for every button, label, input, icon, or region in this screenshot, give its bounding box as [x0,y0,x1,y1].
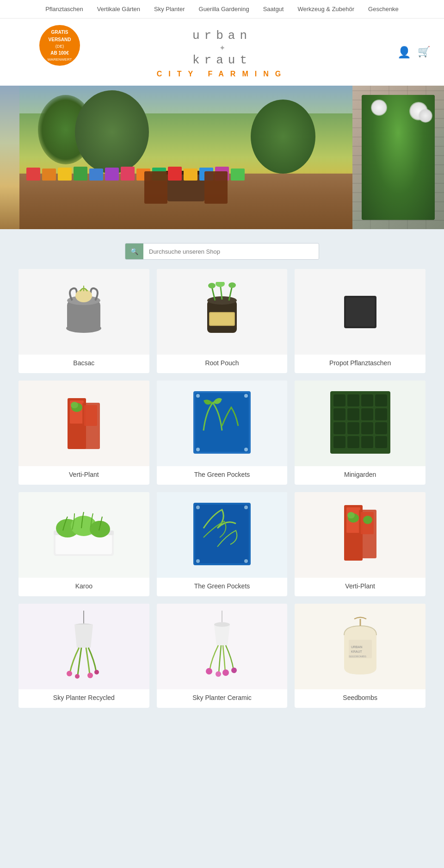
products-section: Bacsac [0,269,444,731]
svg-rect-27 [347,394,359,406]
nav-werkzeug[interactable]: Werkzeug & Zubehör [297,6,354,12]
product-card-sky-recycled[interactable]: Sky Planter Recycled [18,604,149,708]
cart-icon[interactable]: 🛒 [418,46,430,59]
search-button[interactable]: 🔍 [125,244,143,259]
seedbombs-svg: URBAN KRAUT SEEDBOMBS [335,612,386,681]
sky-ceramic-svg [197,611,247,682]
product-name-seedbombs: Seedbombs [295,689,426,701]
svg-point-57 [347,512,355,518]
product-card-propot[interactable]: Propot Pflanztaschen [295,269,426,373]
badge-line2: VERSAND [49,36,71,44]
svg-rect-38 [333,436,345,448]
svg-rect-30 [333,408,345,420]
product-image-bacsac [18,269,149,355]
svg-text:URBAN: URBAN [351,645,363,649]
product-card-karoo[interactable]: Karoo [18,492,149,596]
green-pockets-2-svg [190,500,254,570]
svg-rect-32 [361,408,373,420]
svg-point-51 [244,506,248,509]
product-name-verti-plant: Verti-Plant [18,466,149,478]
header-icons: 👤 🛒 [397,46,430,59]
product-image-green-pockets-2 [157,492,288,578]
product-card-green-pockets-1[interactable]: The Green Pockets [157,381,288,485]
badge-line1: GRATIS [51,29,68,36]
svg-point-71 [231,668,237,673]
badge-line4: AB 100€ [50,50,68,57]
product-name-propot: Propot Pflanztaschen [295,355,426,367]
nav-vertikale-gaerten[interactable]: Vertikale Gärten [97,6,140,12]
svg-point-8 [208,283,216,288]
nav-guerilla[interactable]: Guerilla Gardening [199,6,249,12]
product-card-verti-plant[interactable]: Verti-Plant [18,381,149,485]
product-name-minigarden: Minigarden [295,466,426,478]
product-image-green-pockets-1 [157,381,288,466]
product-name-sky-ceramic: Sky Planter Ceramic [157,689,288,701]
product-image-karoo [18,492,149,578]
hero-right-panel [352,86,444,229]
sky-recycled-svg [58,611,109,682]
product-name-karoo: Karoo [18,578,149,590]
badge-line3: (DE) [56,44,64,50]
svg-rect-26 [333,394,345,406]
svg-point-22 [244,394,248,398]
hero-left-panel [0,86,19,229]
svg-rect-28 [361,394,373,406]
user-icon[interactable]: 👤 [397,46,411,59]
svg-point-64 [87,673,93,678]
nav-saatgut[interactable]: Saatgut [263,6,284,12]
product-name-root-pouch: Root Pouch [157,355,288,367]
svg-rect-36 [361,422,373,434]
product-name-green-pockets-2: The Green Pockets [157,578,288,590]
svg-rect-43 [56,535,112,554]
product-card-minigarden[interactable]: Minigarden [295,381,426,485]
city-farming-text: CITY FARMING [157,70,287,78]
svg-point-65 [94,670,99,674]
product-card-root-pouch[interactable]: Root Pouch [157,269,288,373]
svg-rect-12 [346,298,375,326]
svg-point-53 [244,559,248,563]
product-image-seedbombs: URBAN KRAUT SEEDBOMBS [295,604,426,689]
svg-rect-31 [347,408,359,420]
main-nav: Pflanztaschen Vertikale Gärten Sky Plant… [0,0,444,19]
product-card-verti-plant-2[interactable]: Verti-Plant [295,492,426,596]
hero-center-panel [19,86,352,229]
search-section: 🔍 [0,229,444,269]
nav-geschenke[interactable]: Geschenke [368,6,399,12]
search-input[interactable] [143,244,319,259]
nav-sky-planter[interactable]: Sky Planter [154,6,185,12]
svg-point-69 [216,671,221,677]
minigarden-svg [328,389,393,458]
svg-rect-34 [333,422,345,434]
svg-point-9 [216,282,225,287]
product-card-seedbombs[interactable]: URBAN KRAUT SEEDBOMBS Seedbombs [295,604,426,708]
product-image-sky-recycled [18,604,149,689]
svg-point-60 [363,516,372,524]
badge-line5: WARENWERT [48,57,72,62]
svg-point-62 [67,671,72,676]
product-card-green-pockets-2[interactable]: The Green Pockets [157,492,288,596]
product-image-root-pouch [157,269,288,355]
karoo-svg [49,505,118,565]
nav-pflanztaschen[interactable]: Pflanztaschen [45,6,83,12]
svg-point-70 [222,669,229,676]
verti-plant-svg [58,389,109,458]
logo[interactable]: urban ✦ kraut CITY FARMING [157,29,287,78]
svg-rect-33 [375,408,387,420]
product-card-bacsac[interactable]: Bacsac [18,269,149,373]
product-image-propot [295,269,426,355]
product-card-sky-ceramic[interactable]: Sky Planter Ceramic [157,604,288,708]
svg-point-52 [196,559,200,563]
svg-rect-40 [361,436,373,448]
svg-text:KRAUT: KRAUT [351,650,362,653]
search-bar: 🔍 [125,243,319,260]
hero-banner [0,86,444,229]
svg-point-16 [71,402,78,408]
product-name-verti-plant-2: Verti-Plant [295,578,426,590]
free-shipping-badge: GRATIS VERSAND (DE) AB 100€ WARENWERT [39,25,80,66]
logo-urban: urban [157,29,287,43]
products-grid: Bacsac [18,269,426,708]
propot-svg [339,289,381,335]
svg-point-3 [75,289,92,302]
svg-point-67 [214,622,230,627]
product-name-bacsac: Bacsac [18,355,149,367]
